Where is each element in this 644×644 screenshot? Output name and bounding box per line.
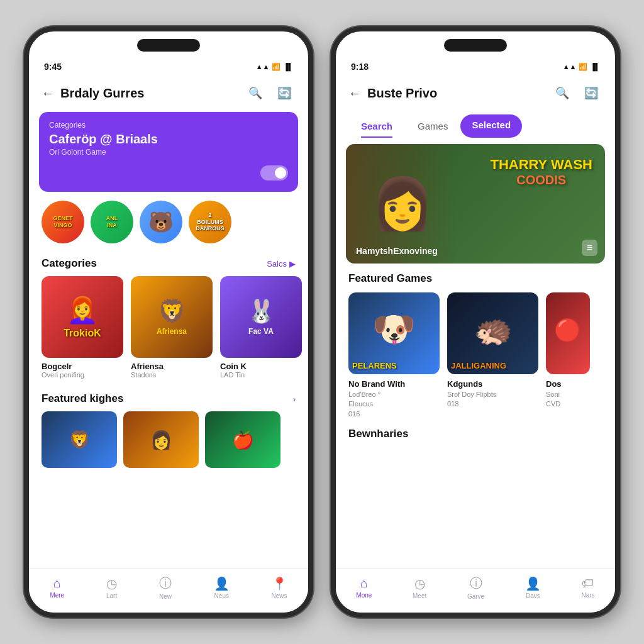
nav-item-garve[interactable]: ⓘ Garve [467,575,484,600]
nav-label-mere: Mere [50,592,64,599]
game-overlay-2: JALLIGANING [451,361,506,370]
hero-title: THARRY WASH [490,157,592,173]
featured-img-1[interactable]: 🦁 [42,411,117,468]
banner-title: Caferöp @ Briaals [49,132,288,147]
toggle-row [49,165,288,180]
tab-games[interactable]: Games [405,114,460,138]
location-icon-1: 📍 [272,576,287,591]
nav-label-news: News [272,592,287,599]
nav-item-mere[interactable]: ⌂ Mere [50,576,64,599]
nav-label-meet: Meet [413,592,426,599]
categories-title: Categories [42,257,97,270]
nav-item-lart[interactable]: ◷ Lart [106,576,117,599]
refresh-button-2[interactable]: 🔄 [580,82,602,104]
featured-title: Featured kighes [42,392,123,405]
search-button-1[interactable]: 🔍 [244,82,267,104]
battery-icon-2: ▐▌ [590,63,600,70]
feat-game-img-1: 🐶 PELARENS [348,292,440,374]
signal-icon-1: ▲▲ [256,63,270,70]
status-bar-2: 9:18 ▲▲ 📶 ▐▌ [336,31,615,77]
banner-category-label: Categories [49,121,288,130]
nav-label-lart: Lart [106,592,117,599]
person-icon-1: 👤 [214,576,230,591]
bottom-nav-2: ⌂ Mone ◷ Meet ⓘ Garve 👤 Davs 🏷 Nars [336,568,615,613]
status-bar-1: 9:45 ▲▲ 📶 ▐▌ [29,31,308,77]
feat-game-img-2: 🦔 JALLIGANING [447,292,538,374]
info-icon-1: ⓘ [159,575,172,592]
cat-img-3: 🐰 Fac VA [220,276,302,358]
hero-subtitle: COODIS [490,173,592,187]
cat-card-3[interactable]: 🐰 Fac VA Coin K LAD Tin [220,276,302,379]
game-name-1: No Brand With [348,379,440,389]
hero-menu-button[interactable]: ≡ [582,240,597,256]
game-meta-1: Lod'Breo ° Eleucus 016 [348,390,440,419]
nav-label-nars: Nars [582,592,595,599]
back-button-2[interactable]: ← [348,86,361,101]
banner-subtitle: Ori Golont Game [49,148,288,157]
categories-link[interactable]: Salcs ▶ [267,259,296,269]
arrow-icon: ▶ [289,259,296,269]
cat-name-3: Coin K [220,362,302,371]
cat-name-1: Bogcelr [42,362,123,371]
game-meta-3: Soni CVD [546,390,590,409]
featured-img-2[interactable]: 👩 [123,411,199,468]
featured-games-row: 🐶 PELARENS No Brand With Lod'Breo ° Eleu… [348,292,602,419]
bewnharies-title: Bewnharies [336,419,615,443]
nav-label-mone: Mone [356,592,372,599]
cat-card-2[interactable]: 🦁 Afriensa Afriensa Stadons [131,276,213,379]
bottom-nav-1: ⌂ Mere ◷ Lart ⓘ New 👤 Neus 📍 News [29,568,308,613]
battery-icon-1: ▐▌ [283,63,293,70]
cat-desc-1: Overi ponifing [42,371,123,379]
categories-header: Categories Salcs ▶ [29,252,308,276]
nav-item-news[interactable]: 📍 News [272,576,287,599]
game-icon-3[interactable]: 🐻 [140,201,182,243]
time-1: 9:45 [44,62,62,72]
featured-arrow-icon: › [293,394,296,404]
hero-text: THARRY WASH COODIS [490,157,592,187]
app-title-1: Brdaly Gurres [60,86,238,101]
nav-item-nars[interactable]: 🏷 Nars [582,576,595,599]
info-icon-2: ⓘ [470,575,482,592]
home-icon-1: ⌂ [53,576,61,591]
time-2: 9:18 [351,62,369,72]
app-header-1: ← Brdaly Gurres 🔍 🔄 [29,77,308,112]
featured-img-3[interactable]: 🍎 [205,411,280,468]
phone-1: 9:45 ▲▲ 📶 ▐▌ ← Brdaly Gurres 🔍 🔄 Categor… [24,26,313,618]
feat-game-card-1[interactable]: 🐶 PELARENS No Brand With Lod'Breo ° Eleu… [348,292,440,419]
game-icon-1[interactable]: GENETVINGO [42,201,84,243]
feat-game-card-2[interactable]: 🦔 JALLIGANING Kdgunds Srof Doy Flipbts 0… [447,292,538,419]
tag-icon-2: 🏷 [582,576,594,591]
signal-icon-2: ▲▲ [563,63,577,70]
game-icon-4[interactable]: 2BOILUMSDANROUS [189,201,231,243]
screenshot-container: 9:45 ▲▲ 📶 ▐▌ ← Brdaly Gurres 🔍 🔄 Categor… [0,0,644,644]
nav-item-meet[interactable]: ◷ Meet [413,576,426,599]
category-toggle[interactable] [260,165,288,180]
cat-name-2: Afriensa [131,362,213,371]
featured-link[interactable]: › [293,394,296,404]
nav-item-new[interactable]: ⓘ New [159,575,172,600]
feat-game-card-3[interactable]: 🔴 Dos Soni CVD [546,292,590,419]
home-icon-2: ⌂ [360,576,368,591]
game-icon-2[interactable]: ANLINA [91,201,133,243]
tab-search[interactable]: Search [348,114,405,138]
featured-games-title: Featured Games [348,272,602,285]
cat-card-1[interactable]: 👩‍🦰 TrokioK Bogcelr Overi ponifing [42,276,123,379]
cat-img-2: 🦁 Afriensa [131,276,213,358]
clock-icon-2: ◷ [414,576,425,591]
search-button-2[interactable]: 🔍 [551,82,574,104]
hero-banner: 👩 THARRY WASH COODIS HamytshExnovineg ≡ [346,144,605,264]
nav-item-davs[interactable]: 👤 Davs [525,576,541,599]
status-icons-1: ▲▲ 📶 ▐▌ [256,63,293,71]
game-icons-row: GENETVINGO ANLINA 🐻 2BOILUMSDANROUS [29,192,308,252]
back-button-1[interactable]: ← [42,86,54,101]
nav-item-neus[interactable]: 👤 Neus [214,576,230,599]
nav-label-davs: Davs [526,592,540,599]
tabs-row: Search Games Selected [336,112,615,138]
nav-item-mone[interactable]: ⌂ Mone [356,576,372,599]
tab-selected[interactable]: Selected [460,114,522,138]
refresh-button-1[interactable]: 🔄 [273,82,296,104]
hero-bottom-text: HamytshExnovineg [356,246,438,256]
featured-games-section: Featured Games 🐶 PELARENS No Brand With … [336,264,615,419]
phone-2: 9:18 ▲▲ 📶 ▐▌ ← Buste Privo 🔍 🔄 Search Ga… [331,26,620,618]
category-banner: Categories Caferöp @ Briaals Ori Golont … [39,112,298,192]
